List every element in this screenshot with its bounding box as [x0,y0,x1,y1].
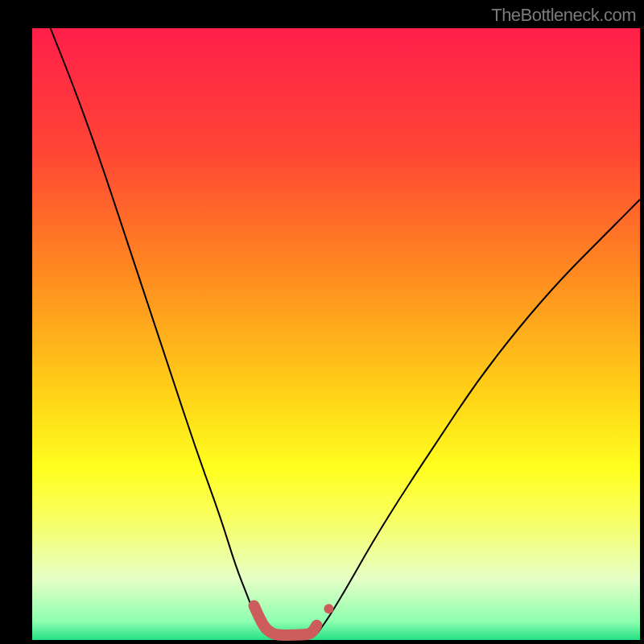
bottleneck-chart [0,0,644,644]
point-dot-right [324,604,333,613]
plot-background [32,28,640,640]
watermark-text: TheBottleneck.com [491,5,636,26]
chart-container: TheBottleneck.com [0,0,644,644]
